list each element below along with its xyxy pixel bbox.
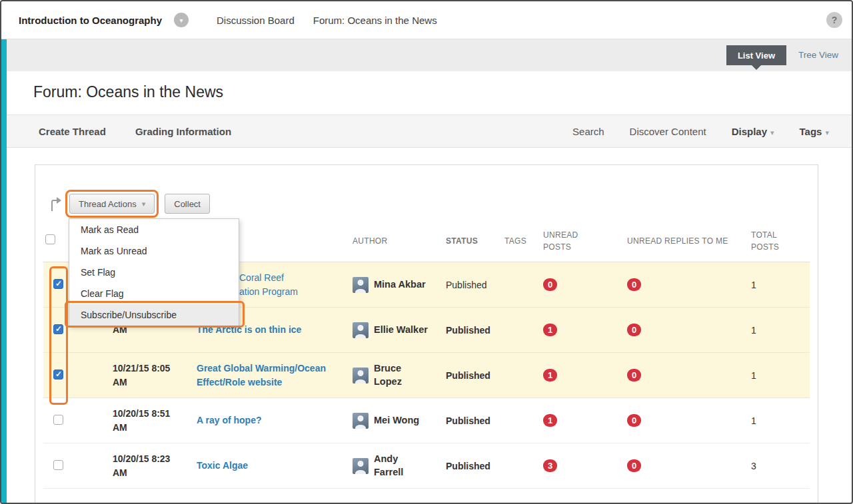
action-bar-right: Search Discover Content Display▾ Tags▾: [572, 126, 829, 137]
thread-status: Published: [446, 280, 504, 290]
display-menu-button[interactable]: Display▾: [732, 126, 774, 137]
author-name: Mina Akbar: [374, 278, 430, 292]
row-checkbox[interactable]: [53, 279, 63, 289]
thread-link[interactable]: Great Global Warming/Ocean Effect/Role w…: [197, 363, 326, 387]
row-checkbox[interactable]: [53, 370, 63, 379]
chevron-down-icon: ▾: [180, 17, 183, 24]
thread-actions-annotation: Thread Actions ▾: [65, 190, 159, 218]
menu-item-set-flag[interactable]: Set Flag: [69, 262, 239, 283]
course-menu-toggle[interactable]: ▾: [174, 13, 189, 27]
unread-posts-badge: 1: [543, 369, 557, 381]
tags-menu-button[interactable]: Tags▾: [800, 126, 829, 137]
avatar: [353, 458, 369, 474]
total-posts: 1: [751, 415, 814, 426]
author-name: Bruce Lopez: [374, 362, 430, 388]
tab-tree-view[interactable]: Tree View: [798, 50, 838, 60]
author-name: Andy Farrell: [374, 453, 430, 479]
unread-replies-badge: 0: [627, 369, 641, 381]
discover-content-button[interactable]: Discover Content: [630, 126, 706, 137]
unread-posts-badge: 0: [543, 278, 557, 291]
branch-arrow-icon: [49, 195, 63, 212]
main-content: Thread Actions ▾ Collect Mark as Read Ma…: [1, 148, 852, 504]
action-bar: Create Thread Grading Information Search…: [1, 115, 852, 148]
row-checkbox[interactable]: [53, 324, 63, 334]
thread-actions-button[interactable]: Thread Actions ▾: [69, 194, 155, 214]
help-icon[interactable]: ?: [826, 12, 842, 28]
row-checkbox[interactable]: [53, 415, 63, 425]
collect-button[interactable]: Collect: [165, 194, 210, 214]
avatar: [353, 413, 369, 429]
thread-toolbar: Thread Actions ▾ Collect: [43, 188, 810, 220]
unread-replies-badge: 0: [627, 459, 641, 472]
chevron-down-icon: ▾: [770, 128, 774, 136]
thread-link[interactable]: Toxic Algae: [197, 460, 248, 471]
thread-link[interactable]: Coral Reefation Program: [239, 272, 298, 297]
app-window: Introduction to Oceanography ▾ Discussio…: [0, 0, 853, 504]
total-posts: 3: [751, 461, 814, 471]
unread-posts-badge: 3: [543, 459, 557, 472]
select-all-checkbox[interactable]: [45, 234, 55, 244]
author-name: Mei Wong: [374, 414, 430, 427]
avatar: [353, 277, 369, 293]
header-unread-posts: UNREAD POSTS: [542, 229, 626, 253]
header-author: AUTHOR: [353, 235, 446, 247]
grading-information-button[interactable]: Grading Information: [135, 126, 231, 137]
menu-item-subscribe-unsubscribe[interactable]: Subscribe/Unsubscribe: [69, 304, 239, 326]
menu-item-mark-as-unread[interactable]: Mark as Unread: [69, 240, 239, 262]
unread-replies-badge: 0: [627, 278, 641, 291]
thread-date: 10/20/15 8:51 AM: [75, 407, 197, 434]
avatar: [353, 368, 369, 383]
chevron-down-icon: ▾: [142, 200, 146, 208]
tab-list-view[interactable]: List View: [726, 45, 786, 65]
thread-list-card: Thread Actions ▾ Collect Mark as Read Ma…: [35, 164, 818, 504]
thread-date: 10/21/15 8:05 AM: [75, 362, 197, 389]
breadcrumb-current-forum: Forum: Oceans in the News: [313, 15, 437, 26]
action-bar-left: Create Thread Grading Information: [39, 126, 231, 137]
table-row: 10/20/15 8:51 AM A ray of hope? Mei Wong…: [43, 398, 810, 443]
create-thread-button[interactable]: Create Thread: [39, 126, 106, 137]
table-row: 10/21/15 8:05 AM Great Global Warming/Oc…: [43, 353, 810, 398]
total-posts: 1: [751, 370, 814, 381]
page-title: Forum: Oceans in the News: [33, 83, 852, 101]
thread-status: Published: [446, 461, 504, 471]
thread-status: Published: [446, 325, 504, 336]
row-checkbox[interactable]: [53, 460, 63, 470]
thread-link[interactable]: A ray of hope?: [197, 415, 262, 425]
author-name: Ellie Walker: [374, 324, 430, 337]
header-total-posts: TOTAL POSTS: [751, 229, 814, 253]
unread-posts-badge: 1: [543, 324, 557, 336]
header-unread-replies: UNREAD REPLIES TO ME: [626, 235, 751, 247]
menu-item-clear-flag[interactable]: Clear Flag: [69, 283, 239, 304]
thread-status: Published: [446, 370, 504, 381]
unread-posts-badge: 1: [543, 414, 557, 427]
top-navigation-bar: Introduction to Oceanography ▾ Discussio…: [1, 1, 852, 39]
course-menu-stripe[interactable]: [1, 39, 7, 503]
thread-date: 10/20/15 8:23 AM: [75, 452, 197, 479]
unread-replies-badge: 0: [627, 324, 641, 336]
thread-title-line: Coral Reef: [239, 272, 284, 283]
header-tags: TAGS: [504, 235, 542, 247]
total-posts: 1: [751, 325, 814, 336]
table-row: 10/20/15 8:23 AM Toxic Algae Andy Farrel…: [43, 443, 810, 489]
title-band: Forum: Oceans in the News: [1, 71, 852, 115]
view-toggle-band: List View Tree View: [1, 39, 852, 71]
search-button[interactable]: Search: [572, 126, 604, 137]
thread-status: Published: [446, 415, 504, 426]
avatar: [353, 322, 369, 338]
total-posts: 1: [751, 280, 814, 290]
thread-title-line: ation Program: [239, 286, 298, 297]
menu-item-mark-as-read[interactable]: Mark as Read: [69, 219, 239, 240]
thread-actions-menu: Mark as Read Mark as Unread Set Flag Cle…: [69, 218, 239, 326]
chevron-down-icon: ▾: [825, 128, 829, 136]
header-status: STATUS: [446, 235, 504, 247]
unread-replies-badge: 0: [627, 414, 641, 427]
breadcrumb-discussion-board[interactable]: Discussion Board: [217, 15, 295, 26]
course-title[interactable]: Introduction to Oceanography: [19, 15, 162, 26]
